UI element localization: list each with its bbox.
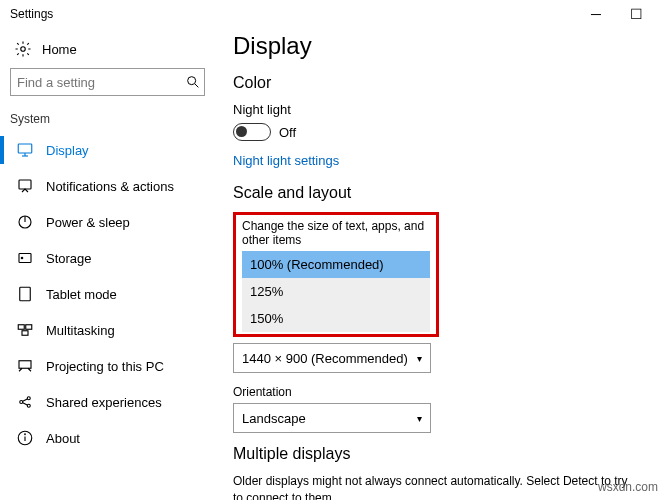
projecting-icon	[16, 357, 34, 375]
scale-option-125[interactable]: 125%	[242, 278, 430, 305]
svg-point-18	[27, 397, 30, 400]
shared-icon	[16, 393, 34, 411]
about-icon	[16, 429, 34, 447]
orientation-select[interactable]: Landscape ▾	[233, 403, 431, 433]
svg-point-19	[27, 404, 30, 407]
sidebar-item-shared[interactable]: Shared experiences	[10, 384, 205, 420]
svg-rect-14	[26, 325, 32, 330]
sidebar-item-label: Display	[46, 143, 89, 158]
content-panel: Display Color Night light Off Night ligh…	[215, 28, 666, 500]
page-title: Display	[233, 32, 636, 60]
multiple-displays-desc: Older displays might not always connect …	[233, 473, 636, 500]
sidebar-section-label: System	[10, 112, 205, 126]
svg-line-21	[23, 403, 28, 405]
color-heading: Color	[233, 74, 636, 92]
svg-rect-15	[22, 331, 28, 336]
night-light-toggle[interactable]	[233, 123, 271, 141]
gear-icon	[14, 40, 32, 58]
toggle-state-label: Off	[279, 125, 296, 140]
sidebar-item-notifications[interactable]: Notifications & actions	[10, 168, 205, 204]
sidebar-item-tablet[interactable]: Tablet mode	[10, 276, 205, 312]
svg-rect-6	[19, 180, 31, 189]
svg-point-24	[25, 434, 26, 435]
chevron-down-icon: ▾	[417, 353, 422, 364]
sidebar-item-label: Notifications & actions	[46, 179, 174, 194]
search-icon	[185, 74, 201, 90]
svg-line-2	[195, 84, 198, 87]
scale-label: Change the size of text, apps, and other…	[242, 219, 430, 247]
sidebar-item-label: Shared experiences	[46, 395, 162, 410]
scale-option-100[interactable]: 100% (Recommended)	[242, 251, 430, 278]
multitasking-icon	[16, 321, 34, 339]
sidebar-item-about[interactable]: About	[10, 420, 205, 456]
sidebar-home-label: Home	[42, 42, 77, 57]
resolution-value: 1440 × 900 (Recommended)	[242, 351, 408, 366]
maximize-button[interactable]: ☐	[616, 3, 656, 25]
titlebar: Settings ─ ☐	[0, 0, 666, 28]
power-icon	[16, 213, 34, 231]
sidebar-item-display[interactable]: Display	[10, 132, 205, 168]
scale-option-150[interactable]: 150%	[242, 305, 430, 332]
sidebar-home[interactable]: Home	[10, 34, 205, 68]
chevron-down-icon: ▾	[417, 413, 422, 424]
svg-rect-11	[20, 287, 31, 301]
sidebar-item-label: Tablet mode	[46, 287, 117, 302]
tablet-icon	[16, 285, 34, 303]
svg-rect-13	[18, 325, 24, 330]
night-light-label: Night light	[233, 102, 636, 117]
svg-point-17	[20, 401, 23, 404]
display-icon	[16, 141, 34, 159]
notifications-icon	[16, 177, 34, 195]
sidebar: Home System Display Notifications & acti…	[0, 28, 215, 500]
svg-line-20	[23, 399, 28, 401]
storage-icon	[16, 249, 34, 267]
search-input[interactable]	[10, 68, 205, 96]
sidebar-item-storage[interactable]: Storage	[10, 240, 205, 276]
sidebar-item-projecting[interactable]: Projecting to this PC	[10, 348, 205, 384]
search-field[interactable]	[17, 75, 185, 90]
multiple-displays-heading: Multiple displays	[233, 445, 636, 463]
sidebar-item-label: Power & sleep	[46, 215, 130, 230]
svg-point-1	[188, 77, 196, 85]
svg-rect-16	[19, 361, 31, 369]
highlight-annotation: Change the size of text, apps, and other…	[233, 212, 439, 337]
scale-dropdown-open[interactable]: 100% (Recommended) 125% 150%	[242, 251, 430, 332]
svg-point-0	[21, 47, 26, 52]
orientation-value: Landscape	[242, 411, 306, 426]
sidebar-item-label: Storage	[46, 251, 92, 266]
svg-point-10	[21, 257, 23, 259]
sidebar-item-power[interactable]: Power & sleep	[10, 204, 205, 240]
night-light-settings-link[interactable]: Night light settings	[233, 153, 339, 168]
sidebar-item-label: Projecting to this PC	[46, 359, 164, 374]
resolution-select[interactable]: 1440 × 900 (Recommended) ▾	[233, 343, 431, 373]
minimize-button[interactable]: ─	[576, 3, 616, 25]
window-title: Settings	[10, 7, 576, 21]
sidebar-item-label: About	[46, 431, 80, 446]
scale-heading: Scale and layout	[233, 184, 636, 202]
orientation-label: Orientation	[233, 385, 636, 399]
watermark: wsxdn.com	[598, 480, 658, 494]
sidebar-item-label: Multitasking	[46, 323, 115, 338]
svg-rect-3	[18, 144, 32, 153]
sidebar-item-multitasking[interactable]: Multitasking	[10, 312, 205, 348]
